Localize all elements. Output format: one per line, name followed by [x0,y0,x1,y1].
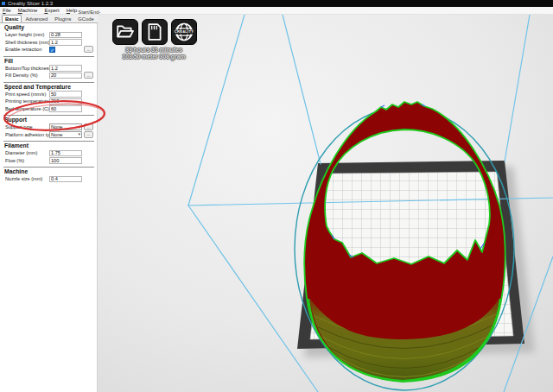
setting-row-layer-height: Layer height (mm) [5,31,94,39]
section-title: Speed and Temperature [4,84,94,91]
menu-machine[interactable]: Machine [18,8,38,14]
setting-row-bottom-top-thickness: Bottom/Top thickness (mm) [5,65,94,73]
bottom-top-thickness-input[interactable] [49,65,82,72]
section-speed-temperature: Speed and Temperature Print speed (mm/s)… [3,82,94,113]
settings-tabbar: Basic Advanced Plugins Start/End-GCode [0,15,98,23]
save-toolpath-button[interactable] [142,19,168,45]
section-title: Quality [4,24,94,31]
selected-value: None [51,132,62,137]
fill-density-more-button[interactable]: ... [84,72,93,79]
retraction-more-button[interactable]: ... [84,46,93,53]
section-title: Support [4,117,94,123]
menu-expert[interactable]: Expert [44,8,59,14]
print-time: 33 hours 31 minutes [99,47,208,54]
section-machine: Machine Nozzle size (mm) [3,167,94,183]
creality-share-button[interactable]: CREALITY [171,19,197,45]
print-info: 33 hours 31 minutes 103.50 meter 308 gra… [99,47,208,60]
setting-label: Layer height (mm) [5,32,49,37]
enable-retraction-checkbox[interactable] [49,47,55,53]
tab-plugins[interactable]: Plugins [51,15,74,22]
setting-row-printing-temperature: Printing temperature (C) [5,98,94,105]
window-titlebar: Creality Slicer 1.2.3 [0,0,553,7]
chevron-down-icon: ▾ [78,132,80,136]
load-model-button[interactable] [112,19,138,45]
setting-label: Diameter (mm) [5,150,49,155]
setting-label: Fill Density (%) [5,73,49,78]
setting-label: Platform adhesion type [5,132,49,137]
setting-row-bed-temperature: Bed temperature (C) [5,105,94,113]
fill-density-input[interactable] [49,73,82,79]
setting-label: Flow (%) [5,158,49,163]
flow-input[interactable] [49,157,82,164]
creality-globe-label: CREALITY [175,29,194,34]
layer-height-input[interactable] [49,32,82,39]
chevron-down-icon: ▾ [78,125,80,130]
tab-basic[interactable]: Basic [2,15,22,22]
app-icon [2,2,5,5]
section-support: Support Support type None ▾ ... Platform… [3,115,94,138]
setting-label: Support type [5,124,49,130]
setting-label: Bottom/Top thickness (mm) [5,66,49,71]
setting-row-support-type: Support type None ▾ ... [5,123,94,131]
setting-row-diameter: Diameter (mm) [5,149,94,157]
setting-row-print-speed: Print speed (mm/s) [5,91,94,98]
platform-adhesion-more-button[interactable]: ... [84,131,93,138]
sd-card-icon [145,22,164,41]
setting-row-fill-density: Fill Density (%) ... [5,72,94,79]
section-filament: Filament Diameter (mm) Flow (%) [3,141,94,164]
setting-row-enable-retraction: Enable retraction ... [5,46,94,54]
print-material: 103.50 meter 308 gram [99,54,208,60]
support-type-more-button[interactable]: ... [84,123,93,130]
setting-row-platform-adhesion: Platform adhesion type None ▾ ... [5,131,94,139]
section-quality: Quality Layer height (mm) Shell thicknes… [3,23,94,54]
tab-advanced[interactable]: Advanced [22,15,51,22]
viewport-toolbar: CREALITY [112,19,197,45]
creality-globe-icon: CREALITY [174,22,194,42]
setting-row-nozzle-size: Nozzle size (mm) [5,175,94,183]
platform-adhesion-select[interactable]: None ▾ [49,131,82,138]
setting-label: Shell thickness (mm) [5,40,49,45]
section-title: Machine [4,168,94,175]
viewport-3d[interactable]: CREALITY [98,15,553,392]
setting-label: Bed temperature (C) [5,106,49,111]
section-fill: Fill Bottom/Top thickness (mm) Fill Dens… [3,56,94,79]
section-title: Filament [4,142,94,149]
setting-label: Nozzle size (mm) [5,176,49,181]
filament-diameter-input[interactable] [49,150,82,157]
bed-temperature-input[interactable] [49,105,82,112]
open-folder-icon [116,22,135,41]
support-type-select[interactable]: None ▾ [49,123,82,130]
shell-thickness-input[interactable] [49,39,82,46]
print-speed-input[interactable] [49,91,82,98]
section-title: Fill [4,58,94,65]
setting-label: Enable retraction [5,47,49,52]
setting-label: Printing temperature (C) [5,98,49,104]
settings-panel: Quality Layer height (mm) Shell thicknes… [0,23,98,392]
setting-row-flow: Flow (%) [5,157,94,165]
setting-label: Print speed (mm/s) [5,92,49,97]
nozzle-size-input[interactable] [49,176,82,183]
printing-temperature-input[interactable] [49,98,82,105]
selected-value: None [51,124,62,130]
window-title: Creality Slicer 1.2.3 [8,1,53,6]
menu-file[interactable]: File [3,8,11,14]
scene-canvas: CREALITY [98,15,553,392]
setting-row-shell-thickness: Shell thickness (mm) [5,39,94,47]
